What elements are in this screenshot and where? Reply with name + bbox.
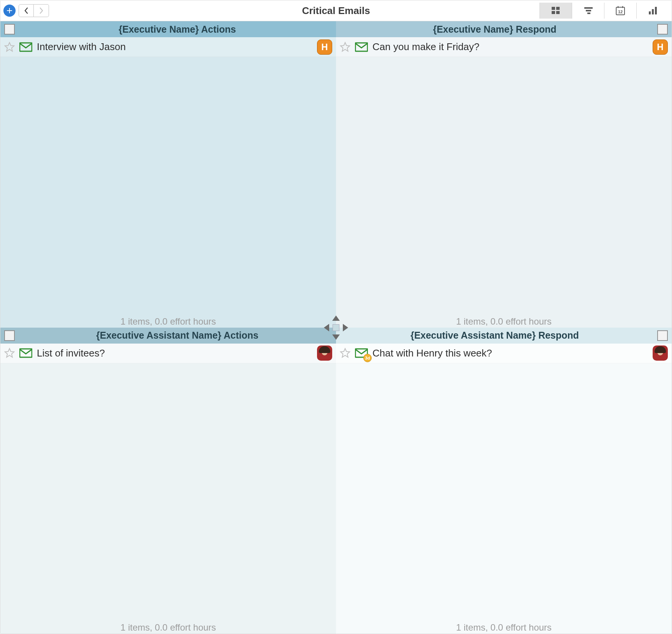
assignee-avatar[interactable] bbox=[653, 345, 668, 361]
quadrant-body-br[interactable]: 3d Chat with Henry this week? 1 items, 0… bbox=[336, 344, 672, 634]
quadrant-summary-tr: 1 items, 0.0 effort hours bbox=[336, 316, 672, 327]
quadrant-title-tl: {Executive Name} Actions bbox=[19, 24, 336, 35]
svg-rect-4 bbox=[584, 7, 593, 9]
select-all-checkbox-br[interactable] bbox=[657, 330, 668, 341]
svg-rect-0 bbox=[552, 7, 555, 10]
quadrant-header-tr: {Executive Name} Respond bbox=[336, 21, 672, 37]
toolbar-right-tools: 12 bbox=[539, 3, 669, 19]
calendar-date: 12 bbox=[618, 9, 623, 14]
quadrant-header-tl: {Executive Name} Actions bbox=[0, 21, 336, 37]
svg-rect-12 bbox=[655, 7, 657, 14]
bar-chart-icon bbox=[647, 5, 658, 16]
mail-icon-wrap bbox=[19, 348, 32, 358]
task-row[interactable]: List of invitees? bbox=[0, 344, 336, 363]
task-title: Can you make it Friday? bbox=[372, 41, 648, 53]
quadrant-summary-bl: 1 items, 0.0 effort hours bbox=[0, 622, 336, 633]
view-gantt-button[interactable] bbox=[572, 3, 604, 19]
page-title: Critical Emails bbox=[302, 5, 370, 17]
quadrant-bl: {Executive Assistant Name} Actions List … bbox=[0, 328, 336, 634]
quadrant-br: {Executive Assistant Name} Respond 3d Ch… bbox=[336, 328, 672, 634]
pan-right-icon[interactable] bbox=[343, 324, 348, 331]
svg-rect-5 bbox=[586, 10, 591, 11]
mail-icon-wrap: 3d bbox=[355, 348, 368, 358]
pan-left-icon[interactable] bbox=[324, 324, 329, 331]
task-title: List of invitees? bbox=[37, 347, 312, 359]
calendar-icon: 12 bbox=[615, 5, 626, 16]
view-calendar-button[interactable]: 12 bbox=[604, 3, 636, 19]
quadrant-tr: {Executive Name} Respond Can you make it… bbox=[336, 21, 672, 328]
nav-forward-button[interactable] bbox=[34, 4, 49, 17]
star-icon[interactable] bbox=[4, 42, 15, 52]
assignee-avatar[interactable]: H bbox=[653, 39, 668, 55]
toolbar: Critical Emails bbox=[0, 0, 672, 21]
nav-back-button[interactable] bbox=[19, 4, 34, 17]
svg-rect-11 bbox=[652, 9, 654, 14]
select-all-checkbox-tr[interactable] bbox=[657, 24, 668, 35]
quadrant-header-bl: {Executive Assistant Name} Actions bbox=[0, 328, 336, 344]
plus-icon bbox=[7, 8, 12, 13]
quadrant-title-tr: {Executive Name} Respond bbox=[336, 24, 653, 35]
quadrant-body-tl[interactable]: Interview with Jason H 1 items, 0.0 effo… bbox=[0, 37, 336, 328]
toolbar-left-tools bbox=[3, 4, 49, 17]
mail-icon-wrap bbox=[355, 42, 368, 52]
select-all-checkbox-tl[interactable] bbox=[4, 24, 15, 35]
add-button[interactable] bbox=[3, 5, 16, 17]
due-badge: 3d bbox=[363, 354, 372, 362]
mail-icon bbox=[19, 42, 32, 52]
quadrant-tl: {Executive Name} Actions Interview with … bbox=[0, 21, 336, 328]
quadrant-summary-br: 1 items, 0.0 effort hours bbox=[336, 622, 672, 633]
view-grid-button[interactable] bbox=[539, 3, 572, 19]
mail-icon bbox=[355, 42, 368, 52]
quadrant-body-tr[interactable]: Can you make it Friday? H 1 items, 0.0 e… bbox=[336, 37, 672, 328]
pan-up-icon[interactable] bbox=[332, 315, 340, 321]
svg-rect-6 bbox=[587, 13, 590, 14]
task-title: Chat with Henry this week? bbox=[372, 347, 648, 359]
quadrant-header-br: {Executive Assistant Name} Respond bbox=[336, 328, 672, 344]
chevron-left-icon bbox=[24, 7, 29, 14]
task-row[interactable]: 3d Chat with Henry this week? bbox=[336, 344, 672, 363]
quadrant-body-bl[interactable]: List of invitees? 1 items, 0.0 effort ho… bbox=[0, 344, 336, 634]
quadrant-grid: {Executive Name} Actions Interview with … bbox=[0, 21, 672, 634]
pan-center-handle[interactable] bbox=[333, 324, 339, 331]
svg-rect-10 bbox=[649, 11, 651, 14]
star-icon[interactable] bbox=[340, 348, 350, 358]
task-title: Interview with Jason bbox=[37, 41, 312, 53]
quadrant-title-br: {Executive Assistant Name} Respond bbox=[336, 330, 653, 341]
assignee-avatar[interactable]: H bbox=[317, 39, 332, 55]
quadrant-summary-tl: 1 items, 0.0 effort hours bbox=[0, 316, 336, 327]
star-icon[interactable] bbox=[340, 42, 350, 52]
star-icon[interactable] bbox=[4, 348, 15, 358]
quadrant-title-bl: {Executive Assistant Name} Actions bbox=[19, 330, 336, 341]
nav-buttons bbox=[19, 4, 49, 17]
app-window: Critical Emails bbox=[0, 0, 672, 634]
task-row[interactable]: Interview with Jason H bbox=[0, 37, 336, 57]
grid-icon bbox=[551, 5, 561, 16]
svg-rect-3 bbox=[556, 11, 560, 14]
assignee-avatar[interactable] bbox=[317, 345, 332, 361]
mail-icon bbox=[19, 348, 32, 358]
select-all-checkbox-bl[interactable] bbox=[4, 330, 15, 341]
svg-rect-2 bbox=[552, 11, 555, 14]
svg-rect-1 bbox=[556, 7, 560, 10]
view-dashboard-button[interactable] bbox=[636, 3, 669, 19]
mail-icon-wrap bbox=[19, 42, 32, 52]
gantt-icon bbox=[583, 5, 593, 16]
chevron-right-icon bbox=[39, 7, 44, 14]
pan-down-icon[interactable] bbox=[332, 334, 340, 340]
task-row[interactable]: Can you make it Friday? H bbox=[336, 37, 672, 57]
